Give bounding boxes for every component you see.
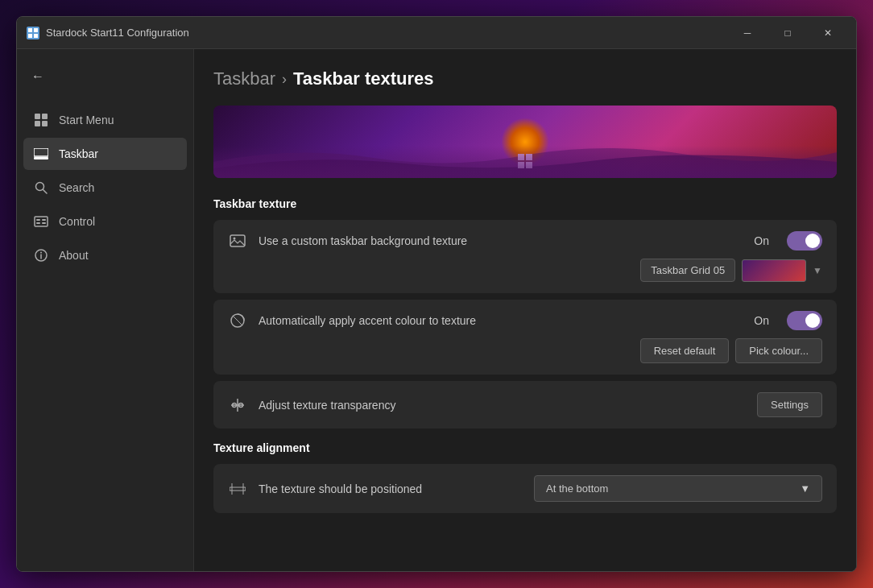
sidebar: ← Start Menu <box>17 49 194 571</box>
alignment-dropdown-arrow: ▼ <box>800 482 810 495</box>
sidebar-item-start-menu[interactable]: Start Menu <box>23 104 187 136</box>
svg-rect-3 <box>34 34 38 38</box>
custom-texture-status: On <box>754 234 769 247</box>
breadcrumb: Taskbar › Taskbar textures <box>213 68 837 89</box>
about-icon <box>33 247 49 263</box>
main-layout: ← Start Menu <box>17 49 856 571</box>
transparency-label: Adjust texture transparency <box>259 399 746 412</box>
texture-icon <box>228 231 247 251</box>
section-title-texture: Taskbar texture <box>213 197 837 210</box>
start-menu-icon <box>33 112 49 128</box>
sidebar-label-control: Control <box>59 215 95 228</box>
svg-rect-5 <box>42 114 48 119</box>
svg-rect-6 <box>35 121 40 126</box>
accent-colour-toggle[interactable] <box>787 311 822 330</box>
accent-colour-card: Automatically apply accent colour to tex… <box>213 300 837 375</box>
svg-rect-13 <box>36 219 40 221</box>
texture-dropdown-label: Taskbar Grid 05 <box>651 264 725 276</box>
accent-icon <box>228 311 247 330</box>
svg-rect-4 <box>35 114 40 119</box>
svg-rect-12 <box>35 217 48 226</box>
svg-rect-0 <box>28 28 32 32</box>
minimize-button[interactable]: ─ <box>729 20 766 46</box>
titlebar-title: Stardock Start11 Configuration <box>46 27 729 39</box>
accent-colour-label: Automatically apply accent colour to tex… <box>259 314 743 327</box>
custom-texture-label: Use a custom taskbar background texture <box>259 234 743 247</box>
pick-colour-button[interactable]: Pick colour... <box>735 338 822 363</box>
sidebar-item-control[interactable]: Control <box>23 205 187 238</box>
svg-rect-2 <box>28 34 32 38</box>
section-title-alignment: Texture alignment <box>213 441 837 454</box>
transparency-row: Adjust texture transparency Settings <box>228 392 822 417</box>
reset-default-button[interactable]: Reset default <box>640 338 730 363</box>
breadcrumb-arrow: › <box>282 71 287 88</box>
svg-rect-8 <box>34 148 48 156</box>
accent-colour-row: Automatically apply accent colour to tex… <box>228 311 822 330</box>
svg-rect-14 <box>42 219 46 221</box>
svg-rect-7 <box>42 121 48 126</box>
svg-point-19 <box>40 252 42 254</box>
breadcrumb-current: Taskbar textures <box>293 68 433 89</box>
control-icon <box>33 213 49 230</box>
sidebar-label-search: Search <box>59 181 94 194</box>
sidebar-label-about: About <box>59 249 89 262</box>
sidebar-item-taskbar[interactable]: Taskbar <box>23 138 187 170</box>
maximize-button[interactable]: □ <box>769 20 806 46</box>
windows-logo <box>518 154 532 168</box>
custom-texture-row: Use a custom taskbar background texture … <box>228 231 822 251</box>
custom-texture-toggle[interactable] <box>787 231 822 251</box>
texture-dropdown-arrow: ▼ <box>813 265 822 276</box>
sidebar-item-search[interactable]: Search <box>23 172 187 204</box>
svg-point-21 <box>234 238 236 240</box>
sidebar-label-taskbar: Taskbar <box>59 147 98 160</box>
svg-rect-15 <box>36 222 40 224</box>
alignment-dropdown[interactable]: At the bottom ▼ <box>534 475 822 502</box>
breadcrumb-parent: Taskbar <box>213 68 275 89</box>
transparency-card: Adjust texture transparency Settings <box>213 381 837 429</box>
app-icon <box>27 27 39 39</box>
close-button[interactable]: ✕ <box>809 20 846 46</box>
preview-banner <box>213 106 837 178</box>
titlebar: Stardock Start11 Configuration ─ □ ✕ <box>17 17 856 49</box>
content-area: Taskbar › Taskbar textures <box>194 49 856 571</box>
transparency-icon <box>228 395 247 415</box>
texture-dropdown-row: Taskbar Grid 05 ▼ <box>228 251 822 282</box>
svg-line-11 <box>43 190 48 194</box>
alignment-card: The texture should be positioned At the … <box>213 464 837 513</box>
transparency-settings-button[interactable]: Settings <box>757 392 822 417</box>
search-icon <box>33 180 49 196</box>
texture-dropdown[interactable]: Taskbar Grid 05 <box>640 259 735 282</box>
sidebar-label-start-menu: Start Menu <box>59 114 114 126</box>
custom-texture-card: Use a custom taskbar background texture … <box>213 220 837 293</box>
svg-rect-9 <box>34 157 48 159</box>
alignment-row: The texture should be positioned At the … <box>228 475 822 502</box>
texture-preview <box>742 259 806 282</box>
back-button[interactable]: ← <box>23 62 52 91</box>
app-window: Stardock Start11 Configuration ─ □ ✕ ← <box>16 16 857 572</box>
sidebar-item-about[interactable]: About <box>23 239 187 271</box>
colour-button-row: Reset default Pick colour... <box>228 330 822 363</box>
alignment-icon <box>228 479 247 499</box>
alignment-label: The texture should be positioned <box>259 482 523 495</box>
back-arrow-icon: ← <box>31 69 44 84</box>
titlebar-controls: ─ □ ✕ <box>729 20 846 46</box>
svg-rect-20 <box>230 235 245 246</box>
taskbar-icon <box>33 146 49 162</box>
alignment-dropdown-label: At the bottom <box>546 482 608 495</box>
svg-rect-1 <box>34 28 38 32</box>
accent-colour-status: On <box>754 314 769 327</box>
svg-rect-16 <box>42 222 46 224</box>
